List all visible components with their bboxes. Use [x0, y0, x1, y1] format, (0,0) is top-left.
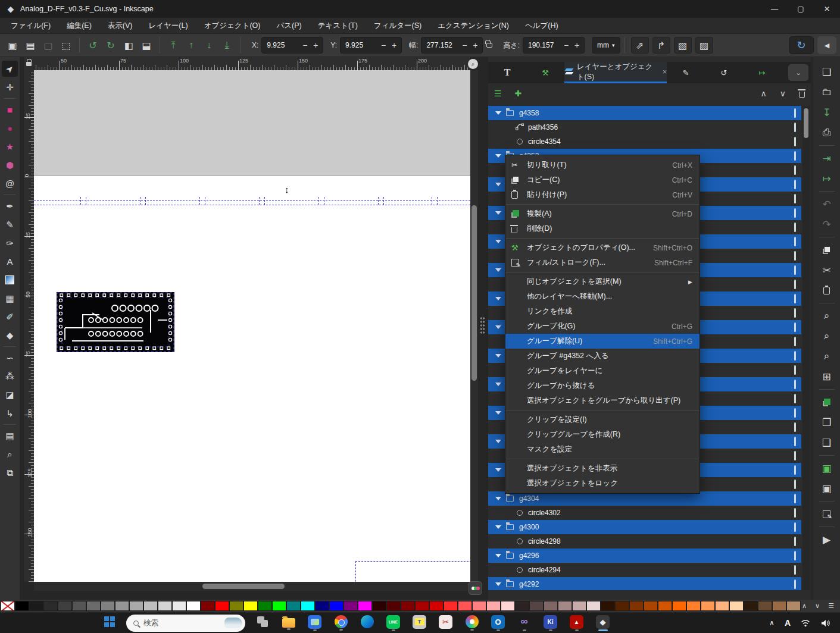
outlook-app[interactable]: O	[489, 615, 507, 631]
row-drag-handle[interactable]	[794, 208, 796, 218]
vscroll-thumb[interactable]	[471, 205, 477, 381]
explorer-app[interactable]	[279, 616, 298, 630]
expander-icon[interactable]	[495, 211, 501, 215]
paste-icon[interactable]	[818, 281, 836, 299]
row-drag-handle[interactable]	[794, 194, 796, 203]
row-g4358[interactable]: g4358	[488, 106, 801, 120]
tweak-tool[interactable]: ∽	[2, 350, 18, 366]
measure-tool[interactable]: ▤	[2, 428, 18, 444]
row-drag-handle[interactable]	[794, 408, 796, 418]
x-field-input[interactable]: 9.925−+	[261, 37, 323, 54]
unlink-clone-icon[interactable]: ❑	[818, 434, 836, 452]
volume-icon[interactable]	[820, 619, 830, 627]
color-managed-display-button[interactable]	[469, 581, 482, 595]
spray-tool[interactable]: ⁂	[2, 368, 18, 384]
swatch-13[interactable]	[186, 601, 201, 611]
swatch-49[interactable]	[701, 601, 715, 611]
pcb-copper-image[interactable]	[57, 292, 174, 352]
swatch-11[interactable]	[158, 601, 172, 611]
taskbar-search[interactable]: 検索	[126, 615, 245, 632]
swatch-52[interactable]	[744, 601, 758, 611]
swatch-14[interactable]	[201, 601, 215, 611]
inkscape-app[interactable]: ◆	[594, 615, 612, 631]
acrobat-app[interactable]: ▲	[567, 615, 586, 631]
selection-bbox-icon[interactable]: ⬚	[57, 37, 75, 54]
spiral-tool[interactable]: @	[2, 176, 18, 192]
scale-corners-toggle[interactable]: ↱	[652, 37, 670, 54]
swatch-21[interactable]	[301, 601, 315, 611]
menu-item-group-to-layer[interactable]: グループをレイヤーに	[505, 363, 700, 378]
cut-icon[interactable]: ✂	[818, 261, 836, 279]
new-document-icon[interactable]: ❏	[818, 63, 836, 81]
scale-gradient-toggle[interactable]: ▧	[674, 37, 692, 54]
row-drag-handle[interactable]	[794, 508, 796, 518]
row-g4300[interactable]: g4300	[488, 520, 801, 534]
expander-icon[interactable]	[495, 297, 501, 300]
menu-0[interactable]: ファイル(F)	[11, 21, 51, 31]
menu-9[interactable]: ヘルプ(H)	[525, 21, 558, 31]
row-drag-handle[interactable]	[794, 365, 796, 375]
palette-scroll-down[interactable]: ∨	[815, 602, 820, 610]
swatch-18[interactable]	[258, 601, 272, 611]
increment-icon[interactable]: +	[470, 40, 480, 50]
pages-tool[interactable]: ⧉	[2, 465, 18, 481]
swatch-48[interactable]	[686, 601, 701, 611]
menu-item-leave-group[interactable]: グループから抜ける	[505, 378, 700, 393]
unit-dropdown[interactable]: mm▾	[592, 37, 620, 54]
menu-item-move-to-layer[interactable]: 他のレイヤーへ移動(M)...	[505, 289, 700, 304]
swatch-50[interactable]	[715, 601, 729, 611]
line-app[interactable]: LINE	[384, 615, 402, 631]
menu-item-hide-selected[interactable]: 選択オブジェクトを非表示	[505, 461, 700, 476]
menu-item-object-properties[interactable]: ⚒オブジェクトのプロパティ(O)...Shift+Ctrl+O	[505, 240, 700, 255]
select-all-icon[interactable]: ▣	[4, 37, 21, 54]
swatch-10[interactable]	[143, 601, 158, 611]
decrement-icon[interactable]: −	[561, 40, 571, 50]
ime-mode-indicator[interactable]: A	[785, 618, 791, 628]
swatch-45[interactable]	[644, 601, 658, 611]
undo-icon[interactable]: ↶	[818, 195, 836, 213]
tab-export[interactable]: ↦	[743, 62, 781, 83]
height-field-input[interactable]: 190.157−+	[523, 37, 585, 54]
expander-icon[interactable]	[495, 268, 501, 272]
swatch-32[interactable]	[458, 601, 472, 611]
swatch-19[interactable]	[272, 601, 286, 611]
swatch-15[interactable]	[215, 601, 229, 611]
row-drag-handle[interactable]	[794, 108, 796, 118]
swatch-none[interactable]	[1, 601, 15, 611]
flip-horizontal-icon[interactable]: ◧	[120, 37, 138, 54]
tab-layers-objects[interactable]: レイヤーとオブジェクト(S)×	[564, 62, 667, 83]
node-tool[interactable]: ✛	[2, 79, 18, 95]
lower-to-bottom-icon[interactable]: ⤓	[218, 37, 236, 54]
scale-handle-arrow[interactable]: ↕	[285, 184, 289, 195]
row-circle4294[interactable]: circle4294	[488, 563, 801, 577]
menu-6[interactable]: テキスト(T)	[318, 21, 358, 31]
swatch-51[interactable]	[729, 601, 744, 611]
expander-icon[interactable]	[495, 525, 501, 529]
scale-pattern-toggle[interactable]: ▨	[695, 37, 713, 54]
zoom-tool[interactable]: ⌕	[2, 446, 18, 462]
menu-item-pop-from-group[interactable]: 選択オブジェクトをグループから取り出す(P)	[505, 393, 700, 408]
dock-tab-chevron[interactable]: ⌄	[788, 64, 808, 81]
menu-item-copy[interactable]: コピー(C)Ctrl+C	[505, 173, 700, 187]
expander-icon[interactable]	[495, 440, 501, 443]
vertical-ruler[interactable]: 250255075100125150175	[24, 70, 34, 582]
swatch-6[interactable]	[86, 601, 101, 611]
export-icon[interactable]: ↦	[818, 170, 836, 187]
row-drag-handle[interactable]	[794, 223, 796, 232]
row-drag-handle[interactable]	[794, 322, 796, 332]
row-drag-handle[interactable]	[794, 351, 796, 361]
swatch-44[interactable]	[629, 601, 644, 611]
star-tool[interactable]: ★	[2, 139, 18, 155]
row-drag-handle[interactable]	[794, 165, 796, 175]
snapbar-collapse-button[interactable]: ◀	[817, 36, 836, 54]
dock-scrollbar[interactable]	[802, 106, 810, 590]
chrome-app[interactable]	[332, 615, 350, 631]
menu-1[interactable]: 編集(E)	[67, 21, 92, 31]
raise-to-top-icon[interactable]: ⤒	[164, 37, 182, 54]
palette-scroll-up[interactable]: ∧	[802, 602, 807, 610]
eraser-tool[interactable]: ◪	[2, 387, 18, 403]
swatch-5[interactable]	[72, 601, 86, 611]
menu-7[interactable]: フィルター(S)	[374, 21, 421, 31]
swatch-26[interactable]	[372, 601, 386, 611]
snap-toggle-button[interactable]: ↻	[789, 36, 814, 54]
